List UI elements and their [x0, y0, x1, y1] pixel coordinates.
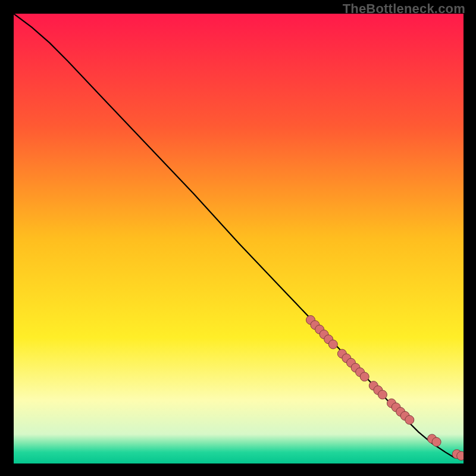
data-marker: [328, 340, 337, 349]
data-marker: [360, 372, 369, 381]
chart-svg: [14, 14, 464, 464]
data-marker: [432, 437, 441, 446]
plot-background: [14, 14, 464, 464]
chart-stage: TheBottleneck.com: [0, 0, 476, 476]
data-marker: [457, 452, 464, 461]
data-marker: [378, 390, 387, 399]
data-marker: [405, 415, 414, 424]
